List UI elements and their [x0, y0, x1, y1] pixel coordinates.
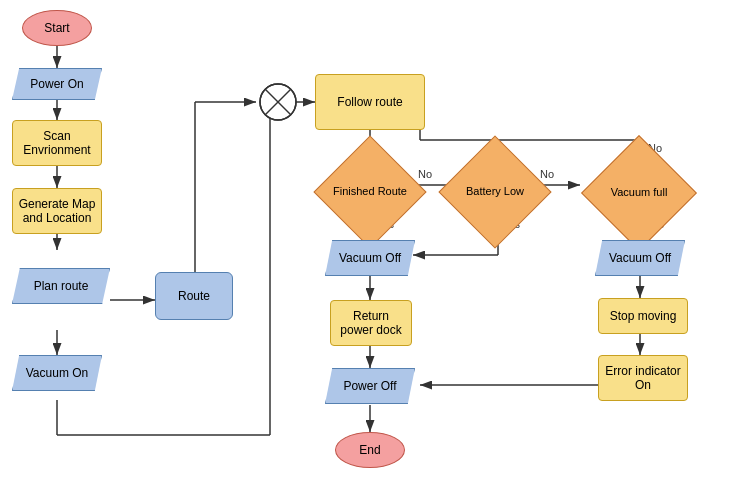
start-label: Start	[44, 21, 69, 35]
end-node: End	[335, 432, 405, 468]
scan-env-label: Scan Envrionment	[23, 129, 90, 157]
power-on-node: Power On	[12, 68, 102, 100]
return-dock-label: Return power dock	[340, 309, 401, 337]
battery-low-label: Battery Low	[466, 185, 524, 198]
start-node: Start	[22, 10, 92, 46]
error-indicator-node: Error indicator On	[598, 355, 688, 401]
label-no1: No	[418, 168, 432, 180]
scan-env-node: Scan Envrionment	[12, 120, 102, 166]
power-off-label: Power Off	[343, 379, 396, 393]
generate-map-node: Generate Map and Location	[12, 188, 102, 234]
vacuum-full-label: Vacuum full	[611, 186, 668, 199]
plan-route-node: Plan route	[12, 268, 110, 304]
vacuum-off-1-label: Vacuum Off	[339, 251, 401, 265]
finished-route-label: Finished Route	[333, 185, 407, 198]
vacuum-off-1-node: Vacuum Off	[325, 240, 415, 276]
vacuum-off-2-node: Vacuum Off	[595, 240, 685, 276]
stop-moving-node: Stop moving	[598, 298, 688, 334]
power-on-label: Power On	[30, 77, 83, 91]
route-node: Route	[155, 272, 233, 320]
label-no2: No	[540, 168, 554, 180]
stop-moving-label: Stop moving	[610, 309, 677, 323]
follow-route-node: Follow route	[315, 74, 425, 130]
plan-route-label: Plan route	[34, 279, 89, 293]
vacuum-on-label: Vacuum On	[26, 366, 88, 380]
follow-route-label: Follow route	[337, 95, 402, 109]
generate-map-label: Generate Map and Location	[19, 197, 96, 225]
power-off-node: Power Off	[325, 368, 415, 404]
route-label: Route	[178, 289, 210, 303]
return-dock-node: Return power dock	[330, 300, 412, 346]
error-indicator-label: Error indicator On	[605, 364, 680, 392]
end-label: End	[359, 443, 380, 457]
vacuum-on-node: Vacuum On	[12, 355, 102, 391]
vacuum-off-2-label: Vacuum Off	[609, 251, 671, 265]
